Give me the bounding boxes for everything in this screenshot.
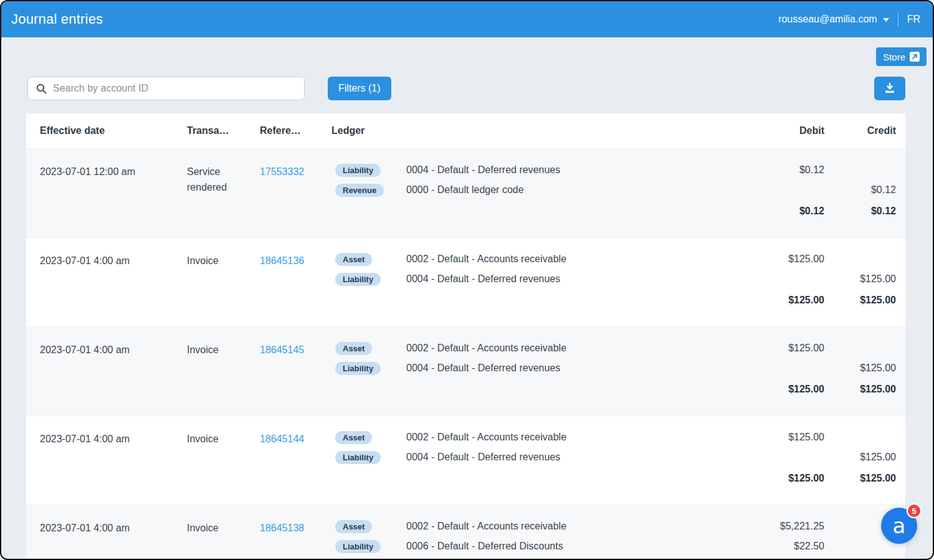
ledger-type-badge: Asset bbox=[335, 342, 372, 355]
entry-line: Liability0004 - Default - Deferred reven… bbox=[331, 269, 896, 289]
ledger-name: 0002 - Default - Accounts receivable bbox=[406, 254, 725, 265]
credit-total: $0.12 bbox=[824, 206, 896, 217]
totals-line: $125.00$125.00 bbox=[331, 468, 896, 488]
debit-amount: $5,221.25 bbox=[725, 521, 824, 532]
column-header-debit: Debit bbox=[725, 125, 824, 136]
ledger-type-badge: Liability bbox=[335, 164, 381, 177]
entry-lines: Asset0002 - Default - Accounts receivabl… bbox=[331, 249, 896, 310]
entry-line: Revenue0000 - Default ledger code$0.12 bbox=[331, 180, 896, 200]
totals-line: $125.00$125.00 bbox=[331, 379, 896, 399]
reference-cell: 17553332 bbox=[260, 160, 331, 221]
user-email: rousseau@amilia.com bbox=[778, 14, 877, 25]
entry-lines: Liability0004 - Default - Deferred reven… bbox=[331, 160, 896, 221]
external-link-icon bbox=[910, 52, 920, 62]
journal-entries-table: Effective date Transa… Refere… Ledger De… bbox=[26, 113, 905, 560]
ledger-type-badge: Asset bbox=[335, 431, 372, 444]
ledger-name: 0004 - Default - Deferred revenues bbox=[406, 273, 725, 285]
effective-date-cell: 2023-07-01 4:00 am bbox=[40, 516, 187, 560]
credit-amount: $125.00 bbox=[824, 452, 896, 463]
app-window: Journal entries rousseau@amilia.com FR S… bbox=[0, 0, 934, 560]
top-navigation-bar: Journal entries rousseau@amilia.com FR bbox=[1, 1, 933, 37]
credit-total: $125.00 bbox=[824, 473, 896, 484]
reference-link[interactable]: 18645144 bbox=[260, 434, 304, 444]
reference-cell: 18645138 bbox=[260, 516, 331, 560]
reference-link[interactable]: 18645136 bbox=[260, 255, 304, 266]
debit-total: $125.00 bbox=[725, 384, 824, 395]
topbar-divider bbox=[898, 12, 898, 26]
ledger-type-badge: Liability bbox=[335, 540, 381, 553]
credit-amount: $125.00 bbox=[824, 273, 896, 285]
entry-line: Liability0004 - Default - Deferred reven… bbox=[331, 160, 896, 180]
topbar-right: rousseau@amilia.com FR bbox=[778, 12, 920, 26]
effective-date-cell: 2023-07-01 12:00 am bbox=[40, 160, 187, 221]
ledger-name: 0002 - Default - Accounts receivable bbox=[406, 432, 725, 443]
debit-total: $0.12 bbox=[725, 206, 824, 217]
debit-amount: $125.00 bbox=[725, 254, 824, 265]
totals-line: $125.00$125.00 bbox=[331, 290, 896, 310]
debit-amount: $0.12 bbox=[725, 164, 824, 176]
debit-amount: $125.00 bbox=[725, 343, 824, 354]
download-icon bbox=[884, 83, 896, 94]
reference-link[interactable]: 18645145 bbox=[260, 344, 304, 355]
store-button[interactable]: Store bbox=[876, 47, 927, 66]
table-row: 2023-07-01 4:00 amInvoice18645138Asset00… bbox=[26, 505, 905, 560]
effective-date-cell: 2023-07-01 4:00 am bbox=[40, 338, 187, 399]
ledger-name: 0006 - Default - Deferred Discounts bbox=[406, 541, 725, 552]
ledger-name: 0002 - Default - Accounts receivable bbox=[406, 521, 725, 532]
table-body: 2023-07-01 12:00 amService rendered17553… bbox=[26, 149, 905, 560]
credit-amount: $0.12 bbox=[824, 184, 896, 196]
download-button[interactable] bbox=[874, 77, 905, 100]
ledger-type-badge: Liability bbox=[335, 273, 381, 286]
credit-amount: $125.00 bbox=[824, 363, 896, 374]
reference-cell: 18645136 bbox=[260, 249, 331, 310]
reference-cell: 18645145 bbox=[260, 338, 331, 399]
debit-amount: $125.00 bbox=[725, 432, 824, 443]
page-title: Journal entries bbox=[11, 11, 103, 27]
entry-lines: Asset0002 - Default - Accounts receivabl… bbox=[331, 338, 896, 399]
effective-date-cell: 2023-07-01 4:00 am bbox=[40, 427, 187, 488]
credit-total: $125.00 bbox=[824, 295, 896, 306]
reference-link[interactable]: 17553332 bbox=[260, 166, 304, 177]
table-row: 2023-07-01 4:00 amInvoice18645144Asset00… bbox=[26, 416, 905, 505]
chevron-down-icon bbox=[883, 18, 889, 22]
entry-lines: Asset0002 - Default - Accounts receivabl… bbox=[331, 516, 896, 560]
transaction-type-cell: Service rendered bbox=[187, 160, 260, 221]
language-toggle[interactable]: FR bbox=[907, 14, 920, 25]
reference-cell: 18645144 bbox=[260, 427, 331, 488]
search-input[interactable] bbox=[53, 77, 304, 100]
filters-button[interactable]: Filters (1) bbox=[328, 77, 391, 100]
debit-amount: $22.50 bbox=[725, 541, 824, 552]
transaction-type-cell: Invoice bbox=[187, 249, 260, 310]
table-row: 2023-07-01 12:00 amService rendered17553… bbox=[26, 149, 905, 238]
ledger-type-badge: Liability bbox=[335, 451, 381, 464]
column-header-credit: Credit bbox=[824, 125, 896, 136]
ledger-type-badge: Liability bbox=[335, 362, 381, 375]
totals-line: $0.12$0.12 bbox=[331, 201, 896, 221]
notification-badge: 5 bbox=[907, 503, 922, 518]
debit-total: $125.00 bbox=[725, 473, 824, 484]
credit-total: $125.00 bbox=[824, 384, 896, 395]
search-box bbox=[27, 77, 305, 100]
entry-line: Liability0006 - Default - Deferred Disco… bbox=[331, 536, 896, 556]
debit-total: $125.00 bbox=[725, 295, 824, 306]
entry-lines: Asset0002 - Default - Accounts receivabl… bbox=[331, 427, 896, 488]
transaction-type-cell: Invoice bbox=[187, 427, 260, 488]
transaction-type-cell: Invoice bbox=[187, 338, 260, 399]
entry-line: Asset0002 - Default - Accounts receivabl… bbox=[331, 516, 896, 536]
ledger-type-badge: Revenue bbox=[335, 184, 384, 197]
reference-link[interactable]: 18645138 bbox=[260, 523, 304, 533]
ledger-name: 0004 - Default - Deferred revenues bbox=[406, 363, 725, 374]
toolbar: Filters (1) bbox=[27, 77, 905, 100]
entry-line: Liability0004 - Default - Deferred reven… bbox=[331, 447, 896, 467]
table-row: 2023-07-01 4:00 amInvoice18645145Asset00… bbox=[26, 327, 905, 416]
search-icon bbox=[36, 83, 47, 94]
user-account-menu[interactable]: rousseau@amilia.com bbox=[778, 14, 889, 25]
entry-line: Asset0002 - Default - Accounts receivabl… bbox=[331, 427, 896, 447]
entry-line: Liability0006 - Default - Deferred Disco… bbox=[331, 556, 896, 560]
table-header-row: Effective date Transa… Refere… Ledger De… bbox=[26, 113, 905, 149]
chat-widget: a 5 bbox=[881, 508, 917, 544]
entry-line: Asset0002 - Default - Accounts receivabl… bbox=[331, 338, 896, 358]
store-button-label: Store bbox=[883, 52, 905, 62]
ledger-type-badge: Asset bbox=[335, 253, 372, 266]
ledger-type-badge: Asset bbox=[335, 520, 372, 533]
